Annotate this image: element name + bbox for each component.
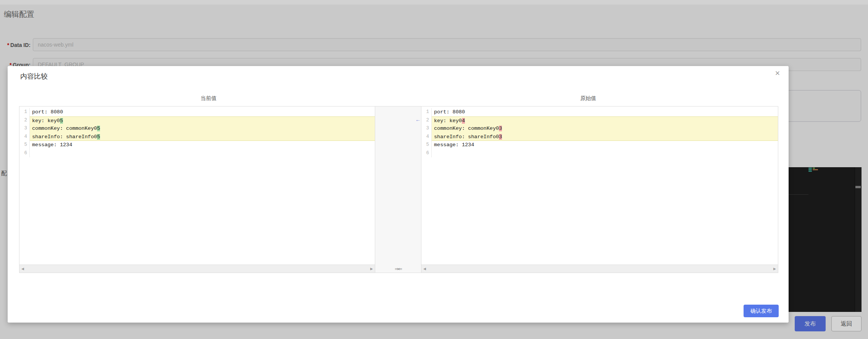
line-number: 5	[421, 141, 432, 149]
line-content: message: 1234	[432, 141, 778, 149]
line-content: shareInfo: shareInfo03	[432, 133, 778, 141]
diff-line: 1port: 8080	[421, 108, 778, 116]
line-number: 1	[421, 108, 432, 116]
scroll-right-arrow-icon[interactable]: ▶	[773, 265, 776, 273]
diff-line: 6	[421, 149, 778, 158]
content-compare-dialog: 内容比较 × 当前值 原始值 1port: 80802key: key053co…	[8, 66, 789, 323]
confirm-publish-button[interactable]: 确认发布	[744, 305, 779, 317]
changed-char-highlight: 3	[499, 126, 502, 131]
line-number: 1	[19, 108, 30, 116]
diff-line: 4shareInfo: shareInfo03	[421, 133, 778, 141]
changed-char-highlight: 3	[499, 134, 502, 140]
diff-line: 1port: 8080	[19, 108, 375, 116]
scroll-left-arrow-icon[interactable]: ◀	[423, 265, 426, 273]
original-value-lines: 1port: 80802key: key043commonKey: common…	[421, 107, 778, 265]
line-number: 2	[19, 116, 30, 125]
diff-gutter: ← ⇒⇐	[375, 106, 421, 273]
dialog-title: 内容比较	[20, 72, 48, 81]
line-number: 3	[19, 124, 30, 133]
line-number: 4	[19, 133, 30, 141]
current-value-lines: 1port: 80802key: key053commonKey: common…	[19, 107, 375, 265]
left-hscrollbar[interactable]: ◀ ▶	[19, 265, 375, 273]
changed-char-highlight: 5	[97, 134, 100, 140]
merge-left-arrow-icon[interactable]: ←	[415, 117, 421, 122]
right-hscrollbar[interactable]: ◀ ▶	[421, 265, 778, 273]
scroll-left-arrow-icon[interactable]: ◀	[21, 265, 24, 273]
changed-char-highlight: 5	[97, 126, 100, 131]
original-value-panel[interactable]: 1port: 80802key: key043commonKey: common…	[421, 106, 778, 273]
original-value-header: 原始值	[398, 95, 778, 102]
line-content	[432, 149, 778, 158]
line-content: port: 8080	[432, 108, 778, 116]
line-content: key: key05	[30, 116, 375, 125]
line-number: 4	[421, 133, 432, 141]
line-number: 6	[19, 149, 30, 158]
diff-line: 2key: key05	[19, 116, 375, 125]
line-number: 6	[421, 149, 432, 158]
diff-editor: 1port: 80802key: key053commonKey: common…	[19, 106, 778, 273]
diff-line: 3commonKey: commonKey05	[19, 124, 375, 133]
current-value-header: 当前值	[19, 95, 398, 102]
diff-panel-headers: 当前值 原始值	[19, 95, 778, 102]
line-content: commonKey: commonKey03	[432, 124, 778, 133]
line-content: key: key04	[432, 116, 778, 125]
line-number: 5	[19, 141, 30, 149]
current-value-panel[interactable]: 1port: 80802key: key053commonKey: common…	[19, 106, 375, 273]
diff-line: 5message: 1234	[421, 141, 778, 149]
diff-line: 4shareInfo: shareInfo05	[19, 133, 375, 141]
line-content: commonKey: commonKey05	[30, 124, 375, 133]
diff-line: 6	[19, 149, 375, 158]
diff-line: 3commonKey: commonKey03	[421, 124, 778, 133]
changed-char-highlight: 4	[462, 118, 465, 124]
line-content	[30, 149, 375, 158]
diff-line: 2key: key04	[421, 116, 778, 125]
line-content: message: 1234	[30, 141, 375, 149]
close-icon[interactable]: ×	[773, 68, 782, 78]
line-content: shareInfo: shareInfo05	[30, 133, 375, 141]
line-number: 2	[421, 116, 432, 125]
collapse-unchanged-icon[interactable]: ⇒⇐	[395, 266, 402, 272]
changed-char-highlight: 5	[60, 118, 63, 124]
line-number: 3	[421, 124, 432, 133]
line-content: port: 8080	[30, 108, 375, 116]
diff-line: 5message: 1234	[19, 141, 375, 149]
scroll-right-arrow-icon[interactable]: ▶	[370, 265, 373, 273]
